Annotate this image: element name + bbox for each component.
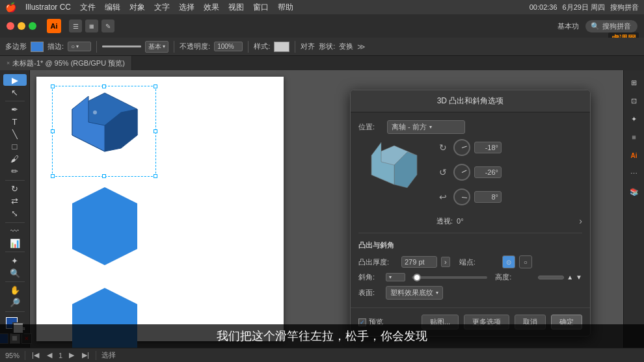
rpanel-align[interactable]: ≡ bbox=[626, 129, 643, 146]
tool-warp[interactable]: 〰 bbox=[3, 225, 27, 237]
bevel-dropdown[interactable]: ▾ bbox=[386, 273, 405, 281]
tool-select[interactable]: ▶ bbox=[3, 74, 27, 86]
nav-last-btn[interactable]: ▶| bbox=[81, 351, 90, 359]
nav-prev-btn[interactable]: ◀ bbox=[46, 351, 53, 359]
menu-select[interactable]: 选择 bbox=[179, 2, 195, 13]
tool-pencil[interactable]: ✏ bbox=[3, 166, 27, 177]
rpanel-symbol[interactable]: ✦ bbox=[626, 110, 643, 127]
handle-ml[interactable] bbox=[51, 129, 55, 133]
dial-2[interactable] bbox=[453, 164, 470, 181]
bevel-thumb[interactable] bbox=[413, 274, 421, 281]
surface-dropdown[interactable]: 塑料效果底纹 ▾ bbox=[386, 286, 443, 300]
stroke-dropdown[interactable]: ○▾ bbox=[68, 42, 91, 51]
menu-view[interactable]: 视图 bbox=[228, 2, 244, 13]
style-swatch[interactable] bbox=[274, 42, 289, 52]
tool-scale[interactable]: ⤡ bbox=[3, 208, 27, 220]
height-down-btn[interactable]: ▼ bbox=[576, 274, 582, 281]
toolbar-btn-2[interactable]: ▦ bbox=[85, 19, 98, 32]
angle-input-1[interactable]: -18° bbox=[474, 142, 502, 153]
angle-row-3: ↩ 8° bbox=[436, 188, 582, 205]
tool-symbol[interactable]: ✦ bbox=[3, 255, 27, 266]
position-dropdown[interactable]: 离轴 - 前方 ▾ bbox=[387, 120, 465, 134]
handle-br[interactable] bbox=[154, 174, 157, 178]
menu-help[interactable]: 帮助 bbox=[278, 2, 293, 13]
extrude-depth-input[interactable]: 279 pt bbox=[401, 256, 437, 268]
hex-group-1[interactable] bbox=[56, 90, 154, 177]
menu-window[interactable]: 窗口 bbox=[253, 2, 269, 13]
angle-input-3[interactable]: 8° bbox=[474, 191, 502, 203]
handle-bl[interactable] bbox=[51, 174, 55, 178]
apple-icon[interactable]: 🍎 bbox=[5, 2, 16, 12]
menu-file[interactable]: 文件 bbox=[80, 2, 96, 13]
rpanel-layers[interactable]: ⊞ bbox=[626, 74, 643, 91]
tool-zoom[interactable]: 🔎 bbox=[3, 297, 27, 309]
height-up-btn[interactable]: ▲ bbox=[567, 274, 573, 281]
height-input[interactable] bbox=[538, 276, 564, 279]
extrude-section-title-row: 凸出与斜角 bbox=[358, 239, 582, 250]
dropdown-caret: ▾ bbox=[429, 124, 432, 130]
perspective-label: 透视: bbox=[436, 216, 453, 226]
title-bar: Ai ☰ ▦ ✎ 虎课网 基本功 🔍 搜狗拼音 bbox=[0, 14, 644, 38]
cap-off-btn[interactable]: ○ bbox=[519, 255, 532, 268]
tool-reflect[interactable]: ⇄ bbox=[3, 196, 27, 207]
menu-object[interactable]: 对象 bbox=[129, 2, 145, 13]
tool-pen[interactable]: ✒ bbox=[3, 104, 27, 116]
cap-on-btn[interactable]: ⊙ bbox=[502, 255, 515, 268]
extrude-depth-label: 凸出厚度: bbox=[358, 257, 397, 267]
handle-tl[interactable] bbox=[51, 84, 55, 88]
transform-label: 变换 bbox=[339, 42, 353, 51]
rpanel-libraries[interactable]: 📚 bbox=[626, 183, 643, 200]
perspective-expand-btn[interactable]: › bbox=[579, 216, 582, 226]
dialog-body: 位置: 离轴 - 前方 ▾ bbox=[351, 112, 590, 307]
active-tab[interactable]: × 未标题-1* @ 95% (RGB/GPU 预览) bbox=[0, 56, 132, 70]
tool-eyedropper[interactable]: 🔍 bbox=[3, 267, 27, 279]
search-box[interactable]: 🔍 搜狗拼音 bbox=[585, 20, 637, 32]
menu-edit[interactable]: 编辑 bbox=[105, 2, 120, 13]
opacity-input[interactable]: 100% bbox=[214, 42, 243, 51]
maximize-button[interactable] bbox=[29, 22, 36, 30]
align-label: 对齐 bbox=[301, 42, 315, 51]
rpanel-ai[interactable]: Ai bbox=[626, 147, 643, 164]
nav-next-btn[interactable]: ▶ bbox=[68, 351, 75, 359]
dial-1[interactable] bbox=[453, 139, 470, 156]
menu-text[interactable]: 文字 bbox=[154, 2, 170, 13]
tool-graph[interactable]: 📊 bbox=[3, 237, 27, 249]
menu-illustrator[interactable]: Illustrator CC bbox=[25, 3, 71, 12]
tab-close-icon[interactable]: × bbox=[7, 60, 10, 66]
tool-type[interactable]: T bbox=[3, 116, 27, 128]
menu-effect[interactable]: 效果 bbox=[204, 2, 219, 13]
tool-direct-select[interactable]: ↖ bbox=[3, 86, 27, 98]
tool-rotate[interactable]: ↻ bbox=[3, 183, 27, 195]
stroke-label: 描边: bbox=[47, 42, 64, 51]
shape2-label: 形状: bbox=[319, 42, 335, 51]
angle-input-2[interactable]: -26° bbox=[474, 166, 502, 178]
position-label: 位置: bbox=[358, 122, 382, 132]
tool-line[interactable]: ╲ bbox=[3, 129, 27, 140]
more-options-icon[interactable]: ≫ bbox=[357, 42, 366, 51]
bevel-row: 斜角: ▾ 高度: ▲ ▼ bbox=[358, 272, 582, 282]
tool-rect[interactable]: □ bbox=[3, 141, 27, 153]
bevel-slider[interactable] bbox=[412, 276, 487, 279]
rpanel-properties[interactable]: ⋯ bbox=[626, 165, 643, 182]
fill-swatch[interactable] bbox=[31, 42, 44, 52]
date-display: 6月29日 周四 bbox=[563, 3, 605, 12]
tool-brush[interactable]: 🖌 bbox=[3, 153, 27, 165]
dial-3[interactable] bbox=[453, 188, 470, 205]
handle-bc[interactable] bbox=[102, 174, 106, 178]
stroke-style-dropdown[interactable]: 基本▾ bbox=[145, 41, 168, 53]
rpanel-brush[interactable]: ⊡ bbox=[626, 92, 643, 109]
handle-tc[interactable] bbox=[102, 84, 106, 88]
handle-mr[interactable] bbox=[154, 129, 157, 133]
hex-group-2[interactable] bbox=[56, 184, 154, 271]
handle-tr[interactable] bbox=[154, 84, 157, 88]
tool-hand[interactable]: ✋ bbox=[3, 285, 27, 296]
perspective-value: 0° bbox=[457, 217, 464, 225]
extrude-section-title: 凸出与斜角 bbox=[358, 241, 394, 249]
nav-first-btn[interactable]: |◀ bbox=[31, 351, 40, 359]
toolbar-btn-1[interactable]: ☰ bbox=[69, 19, 82, 32]
minimize-button[interactable] bbox=[18, 22, 25, 30]
toolbar-btn-3[interactable]: ✎ bbox=[101, 19, 114, 32]
artboard bbox=[36, 77, 284, 341]
extrude-inc-btn[interactable]: › bbox=[441, 257, 450, 267]
close-button[interactable] bbox=[7, 22, 14, 30]
